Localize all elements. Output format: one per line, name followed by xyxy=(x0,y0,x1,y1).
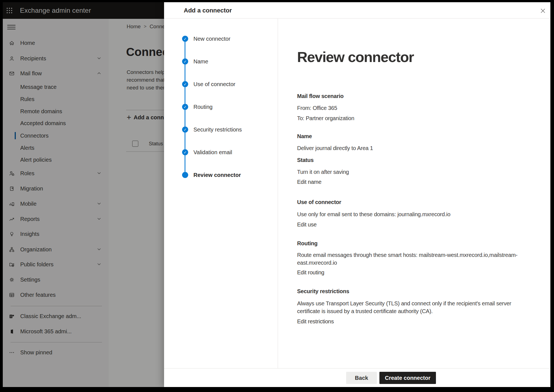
security-restrictions-value: Always use Transport Layer Security (TLS… xyxy=(297,300,533,315)
step-security-restrictions[interactable]: ✓ Security restrictions xyxy=(164,124,275,135)
use-of-connector-value: Use only for email sent to these domains… xyxy=(297,210,533,218)
section-header-routing: Routing xyxy=(297,239,533,247)
close-icon xyxy=(540,8,545,13)
step-complete-icon: ✓ xyxy=(182,58,188,65)
step-complete-icon: ✓ xyxy=(182,81,188,87)
back-button[interactable]: Back xyxy=(346,372,377,384)
connector-name-value: Deliver journal directly to Area 1 xyxy=(297,144,533,152)
step-use-of-connector[interactable]: ✓ Use of connector xyxy=(164,79,275,90)
create-connector-button[interactable]: Create connector xyxy=(379,372,436,384)
mail-flow-from-value: From: Office 365 xyxy=(297,104,533,112)
screenshot-frame xyxy=(0,0,3,392)
edit-routing-link[interactable]: Edit routing xyxy=(297,269,533,276)
panel-title: Add a connector xyxy=(184,7,232,14)
edit-use-link[interactable]: Edit use xyxy=(297,221,533,228)
section-header-use-of-connector: Use of connector xyxy=(297,198,533,206)
step-complete-icon: ✓ xyxy=(182,149,188,155)
step-review-connector[interactable]: Review connector xyxy=(164,169,275,180)
routing-value: Route email messages through these smart… xyxy=(297,251,533,267)
section-header-name: Name xyxy=(297,132,533,140)
steps-divider xyxy=(278,18,278,368)
screenshot-frame xyxy=(0,387,554,392)
review-heading: Review connector xyxy=(297,49,414,65)
mail-flow-to-value: To: Partner organization xyxy=(297,114,533,122)
step-name[interactable]: ✓ Name xyxy=(164,56,275,67)
section-header-mail-flow-scenario: Mail flow scenario xyxy=(297,92,533,100)
add-connector-panel: Add a connector ✓ New connector ✓ Name ✓… xyxy=(164,2,550,387)
status-value: Turn it on after saving xyxy=(297,168,533,176)
panel-header-divider xyxy=(164,18,550,19)
step-current-icon xyxy=(182,172,188,178)
step-validation-email[interactable]: ✓ Validation email xyxy=(164,147,275,158)
section-header-security-restrictions: Security restrictions xyxy=(297,287,533,295)
footer-divider xyxy=(164,368,550,368)
close-button[interactable] xyxy=(538,6,548,16)
screenshot-frame xyxy=(550,0,554,392)
step-routing[interactable]: ✓ Routing xyxy=(164,101,275,112)
screenshot-frame xyxy=(0,0,554,2)
edit-name-link[interactable]: Edit name xyxy=(297,178,533,186)
step-complete-icon: ✓ xyxy=(182,127,188,133)
step-new-connector[interactable]: ✓ New connector xyxy=(164,33,275,44)
step-complete-icon: ✓ xyxy=(182,104,188,110)
edit-restrictions-link[interactable]: Edit restrictions xyxy=(297,318,533,325)
section-header-status: Status xyxy=(297,156,533,164)
step-complete-icon: ✓ xyxy=(182,36,188,42)
